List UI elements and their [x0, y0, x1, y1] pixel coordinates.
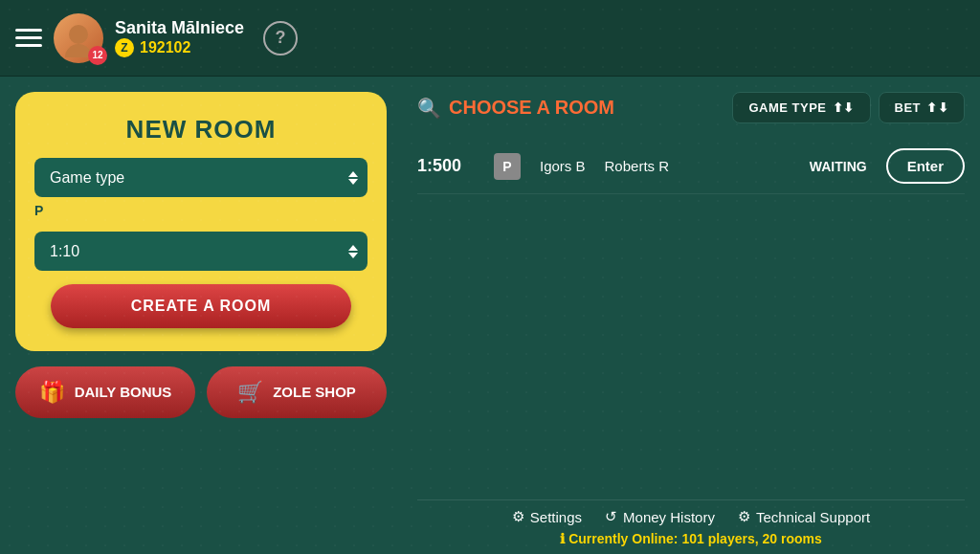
- filter-buttons: GAME TYPE ⬆⬇ BET ⬆⬇: [732, 92, 965, 123]
- filter-bet-label: BET: [895, 100, 922, 115]
- footer: ⚙ Settings ↺ Money History ⚙ Technical S…: [417, 499, 965, 546]
- gift-icon: 🎁: [39, 380, 65, 405]
- game-type-sub-label: P: [34, 203, 43, 218]
- header: 12 Sanita Mālniece Z 192102 ?: [0, 0, 980, 77]
- room-header: 🔍 CHOOSE A ROOM GAME TYPE ⬆⬇ BET ⬆⬇: [417, 92, 965, 123]
- zole-shop-label: ZOLE SHOP: [273, 383, 356, 402]
- choose-room-text: CHOOSE A ROOM: [449, 97, 614, 119]
- game-type-wrapper: Game type: [34, 158, 368, 197]
- settings-link[interactable]: ⚙ Settings: [512, 508, 582, 525]
- new-room-title: NEW ROOM: [126, 115, 277, 144]
- main-content: NEW ROOM Game type P 1:10: [0, 77, 980, 554]
- info-icon: ℹ: [560, 531, 568, 546]
- table-row: 1:500 P Igors B Roberts R WAITING Enter: [417, 139, 965, 194]
- room-type-badge: P: [494, 153, 521, 180]
- cart-icon: 🛒: [237, 380, 263, 405]
- tech-support-link[interactable]: ⚙ Technical Support: [738, 508, 870, 525]
- settings-label: Settings: [530, 509, 582, 525]
- new-room-card: NEW ROOM Game type P 1:10: [15, 92, 387, 351]
- svg-point-0: [69, 25, 88, 44]
- notification-badge: 12: [88, 46, 107, 65]
- hamburger-menu[interactable]: [15, 29, 42, 47]
- filter-game-type-label: GAME TYPE: [748, 100, 826, 115]
- money-history-link[interactable]: ↺ Money History: [605, 508, 715, 525]
- room-players: Igors B Roberts R: [540, 158, 791, 174]
- daily-bonus-label: DAILY BONUS: [75, 383, 172, 402]
- online-count: 101 players, 20 rooms: [681, 531, 821, 546]
- user-info: Sanita Mālniece Z 192102: [115, 18, 244, 57]
- coin-icon: Z: [115, 38, 134, 57]
- room-bet: 1:500: [417, 156, 475, 176]
- player-1-name: Igors B: [540, 158, 586, 174]
- user-name: Sanita Mālniece: [115, 18, 244, 38]
- daily-bonus-button[interactable]: 🎁 DAILY BONUS: [15, 366, 195, 418]
- enter-room-button[interactable]: Enter: [886, 148, 965, 184]
- user-coins: Z 192102: [115, 38, 244, 57]
- bet-wrapper: 1:10: [34, 232, 368, 271]
- settings-icon: ⚙: [512, 508, 524, 525]
- help-button[interactable]: ?: [263, 21, 298, 55]
- coin-amount: 192102: [140, 39, 190, 56]
- tech-support-label: Technical Support: [756, 509, 870, 525]
- avatar-container: 12: [54, 13, 103, 63]
- money-history-label: Money History: [623, 509, 715, 525]
- zole-shop-button[interactable]: 🛒 ZOLE SHOP: [207, 366, 387, 418]
- online-status: ℹ Currently Online: 101 players, 20 room…: [417, 531, 965, 546]
- bottom-buttons: 🎁 DAILY BONUS 🛒 ZOLE SHOP: [15, 366, 387, 418]
- left-panel: NEW ROOM Game type P 1:10: [0, 77, 402, 554]
- bet-filter-arrow-icon: ⬆⬇: [926, 100, 948, 115]
- filter-arrow-icon: ⬆⬇: [833, 100, 855, 115]
- rooms-list: 1:500 P Igors B Roberts R WAITING Enter: [417, 139, 965, 499]
- bet-filter-button[interactable]: BET ⬆⬇: [879, 92, 966, 123]
- search-icon: 🔍: [417, 97, 441, 120]
- online-text: Currently Online:: [568, 531, 678, 546]
- tech-support-icon: ⚙: [738, 508, 750, 525]
- room-status: WAITING: [810, 159, 867, 174]
- player-2-name: Roberts R: [605, 158, 670, 174]
- choose-room-label: 🔍 CHOOSE A ROOM: [417, 97, 614, 120]
- bet-select[interactable]: 1:10: [34, 232, 368, 271]
- game-type-filter-button[interactable]: GAME TYPE ⬆⬇: [732, 92, 870, 123]
- right-panel: 🔍 CHOOSE A ROOM GAME TYPE ⬆⬇ BET ⬆⬇ 1:50…: [402, 77, 980, 554]
- footer-links: ⚙ Settings ↺ Money History ⚙ Technical S…: [417, 508, 965, 525]
- game-type-select[interactable]: Game type: [34, 158, 368, 197]
- create-room-button[interactable]: CREATE A ROOM: [51, 284, 350, 328]
- money-history-icon: ↺: [605, 508, 617, 525]
